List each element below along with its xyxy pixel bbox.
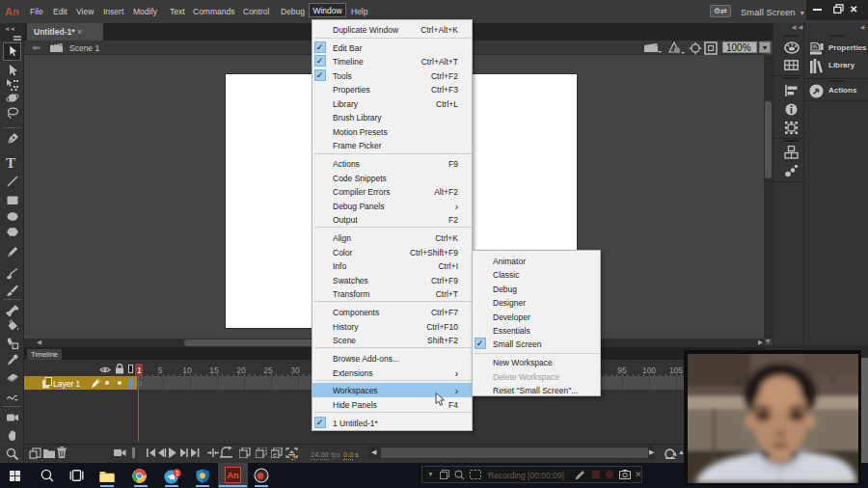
svg-text:02 12:33 PM: 02 12:33 PM	[811, 474, 850, 481]
svg-text:1: 1	[176, 470, 179, 476]
svg-text:e: e	[273, 451, 277, 458]
